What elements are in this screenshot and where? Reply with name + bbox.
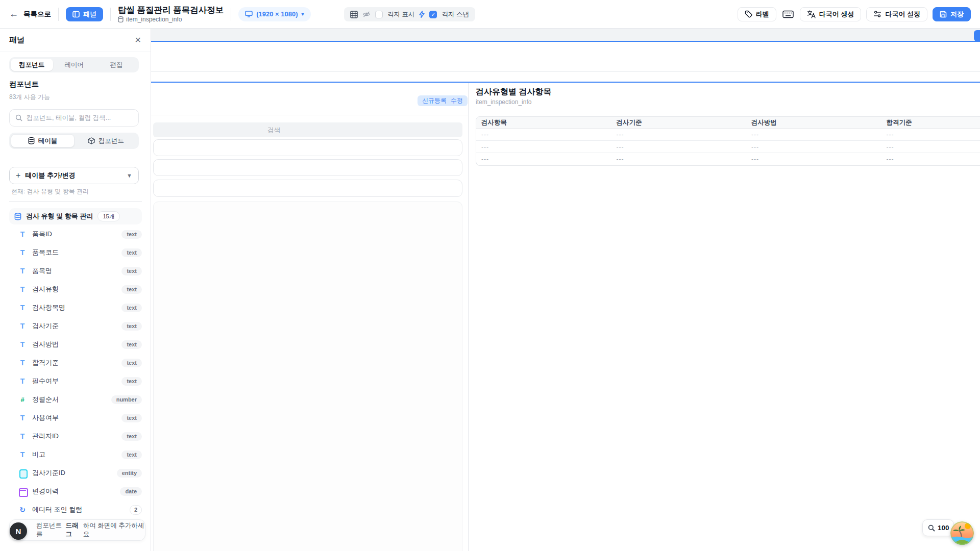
tab-layers[interactable]: 레이어 (53, 59, 95, 71)
tab-components[interactable]: 컴포넌트 (11, 59, 53, 71)
field-list-item[interactable]: T 품목코드 text (0, 243, 151, 262)
table-source-name: item_inspection_info (126, 16, 182, 23)
field-list-item[interactable]: T 검사항목명 text (0, 298, 151, 317)
table-column-header: 합격기준 (881, 118, 980, 127)
table-card-title: 검사유형별 검사항목 (476, 87, 551, 97)
plus-icon: + (16, 171, 20, 180)
toggle-table[interactable]: 테이블 (11, 134, 75, 147)
top-toolbar: ← 목록으로 패널 탑씰 품질관리 품목검사정보 item_inspection… (0, 0, 980, 29)
i18n-generate-button[interactable]: 다국어 생성 (800, 7, 862, 21)
database-icon (118, 16, 124, 22)
field-list-item[interactable]: T 비고 text (0, 445, 151, 464)
edit-badge[interactable]: 수정 (446, 95, 468, 106)
add-table-label: 테이블 추가/변경 (25, 171, 75, 180)
keyboard-icon[interactable] (781, 10, 795, 18)
toggle-component[interactable]: 컴포넌트 (75, 134, 137, 147)
table-cell: --- (746, 143, 881, 151)
canvas-search-bar[interactable]: 검색 (153, 122, 462, 137)
text-type-icon: T (18, 359, 27, 367)
table-cell: --- (611, 131, 747, 138)
type-badge: text (121, 267, 142, 276)
table-group-header[interactable]: 검사 유형 및 항목 관리 15개 (9, 208, 142, 224)
table-row[interactable]: ------------ (476, 153, 980, 165)
grid-snap-checkbox[interactable]: ✓ (429, 11, 437, 18)
database-icon (14, 213, 21, 220)
table-section[interactable]: 검사유형별 검사항목 item_inspection_info 검사항목검사기준… (469, 83, 980, 551)
field-list-item[interactable]: T 필수여부 text (0, 372, 151, 390)
field-list-item[interactable]: T 검사방법 text (0, 335, 151, 354)
date-type-icon (18, 488, 27, 495)
field-list-item[interactable]: T 관리자ID text (0, 427, 151, 445)
type-badge: text (121, 248, 142, 257)
close-icon[interactable]: ✕ (135, 35, 141, 45)
save-button[interactable]: 저장 (933, 7, 971, 21)
selection-handle[interactable] (974, 30, 980, 41)
field-list-item[interactable]: ↻ 에디터 조인 컬럼 2 (0, 500, 151, 515)
type-badge: text (121, 285, 142, 294)
back-arrow-icon[interactable]: ← (9, 9, 21, 19)
label-button[interactable]: 라벨 (738, 7, 776, 21)
empty-input-field[interactable] (153, 180, 462, 197)
zoom-control[interactable]: 100 (922, 519, 954, 536)
form-section[interactable]: 신규등록 수정 검색 (151, 83, 469, 551)
table-cell: --- (746, 131, 881, 138)
component-side-panel: 패널 ✕ 컴포넌트 레이어 편집 컴포넌트 83개 사용 가능 컴포넌트, 테이… (0, 29, 151, 551)
field-list-item[interactable]: T 합격기준 text (0, 354, 151, 372)
component-search-input[interactable]: 컴포넌트, 테이블, 컬럼 검색... (9, 109, 139, 127)
field-list-item[interactable]: T 품목ID text (0, 225, 151, 243)
panel-tab-bar: 컴포넌트 레이어 편집 (9, 57, 139, 72)
canvas-search-placeholder: 검색 (267, 126, 280, 135)
eye-off-icon[interactable] (362, 11, 371, 18)
table-cell: --- (881, 131, 980, 138)
tab-edit[interactable]: 편집 (95, 59, 137, 71)
panel-toggle-button[interactable]: 패널 (66, 7, 103, 21)
type-badge: text (121, 359, 142, 367)
i18n-settings-button[interactable]: 다국어 설정 (866, 7, 927, 21)
field-list-item[interactable]: T 사용여부 text (0, 409, 151, 427)
type-badge: text (121, 340, 142, 349)
empty-input-field[interactable] (153, 139, 462, 156)
field-list-item[interactable]: 변경이력 date (0, 482, 151, 500)
app-root: ← 목록으로 패널 탑씰 품질관리 품목검사정보 item_inspection… (0, 0, 980, 551)
magnifier-icon (928, 524, 935, 532)
empty-content-area[interactable] (153, 202, 462, 551)
field-list-item[interactable]: # 정렬순서 number (0, 390, 151, 409)
hint-suffix: 하여 화면에 추가하세요 (83, 521, 145, 539)
table-group-name: 검사 유형 및 항목 관리 (26, 212, 93, 221)
divider (151, 115, 469, 115)
inspection-items-table[interactable]: 검사항목검사기준검사방법합격기준 -----------------------… (476, 116, 980, 166)
toolbar-right: 라벨 다국어 생성 다국어 설정 저장 (738, 7, 980, 21)
field-list-item[interactable]: T 검사기준 text (0, 317, 151, 335)
panel-button-label: 패널 (83, 10, 96, 19)
field-list-item[interactable]: 검사기준ID entity (0, 464, 151, 482)
text-type-icon: T (18, 322, 27, 330)
screen-size-value: (980 × 551) (256, 10, 298, 18)
canvas-top-strip (151, 29, 980, 41)
translate-icon (807, 10, 816, 18)
divider (9, 201, 142, 202)
text-type-icon: T (18, 432, 27, 440)
table-cell: --- (611, 156, 747, 163)
field-list-item[interactable]: T 품목명 text (0, 262, 151, 280)
table-row[interactable]: ------------ (476, 141, 980, 153)
tag-icon (745, 10, 752, 18)
table-row[interactable]: ------------ (476, 129, 980, 141)
selection-guide-top (151, 41, 980, 42)
chevron-down-icon: ▾ (302, 11, 304, 17)
type-badge: text (121, 414, 142, 422)
field-list-item[interactable]: T 검사유형 text (0, 280, 151, 298)
type-badge: text (121, 322, 142, 331)
back-to-list-button[interactable]: 목록으로 (23, 10, 51, 19)
grid-options: 격자 표시 ✓ 격자 스냅 (344, 7, 475, 21)
add-table-dropdown[interactable]: + 테이블 추가/변경 ▼ (9, 167, 139, 184)
grid-icon[interactable] (350, 11, 358, 18)
design-canvas[interactable]: 신규등록 수정 검색 검사유형별 검사항목 item_inspection_in… (151, 29, 980, 551)
assistant-n-badge[interactable]: N (10, 522, 27, 540)
empty-input-field[interactable] (153, 159, 462, 176)
island-emoji-badge[interactable] (950, 521, 974, 545)
text-type-icon: T (18, 267, 27, 275)
grid-show-label: 격자 표시 (387, 10, 414, 19)
panel-header: 패널 ✕ (0, 29, 151, 52)
screen-size-selector[interactable]: (980 × 551) ▾ (238, 7, 310, 21)
grid-show-checkbox[interactable] (375, 11, 383, 18)
